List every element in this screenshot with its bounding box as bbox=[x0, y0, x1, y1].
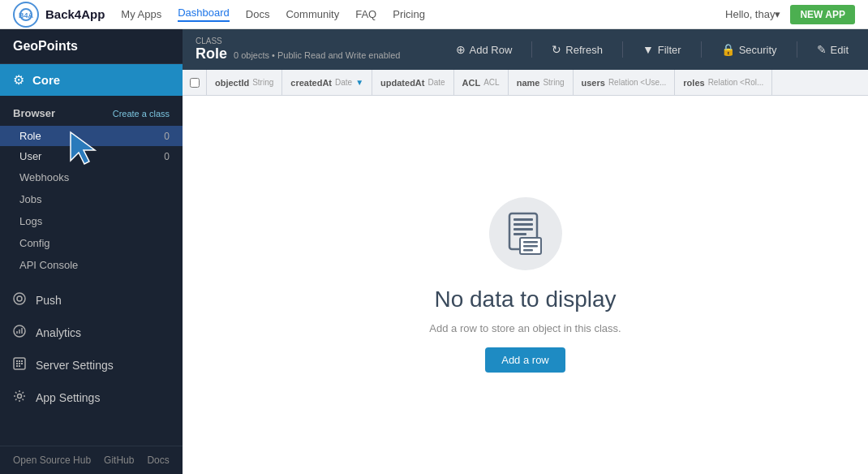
logo-text: Back4App bbox=[45, 7, 105, 21]
svg-rect-17 bbox=[513, 223, 533, 226]
svg-rect-7 bbox=[19, 360, 20, 362]
add-row-empty-button[interactable]: Add a row bbox=[485, 347, 565, 373]
svg-point-14 bbox=[18, 394, 22, 399]
createdat-label: createdAt bbox=[290, 78, 332, 88]
edit-label: Edit bbox=[831, 44, 849, 56]
role-count: 0 bbox=[164, 131, 170, 142]
logo-circle: B4A bbox=[13, 2, 39, 28]
class-name: Role bbox=[196, 45, 227, 62]
users-type: Relation <Use... bbox=[608, 78, 666, 87]
user-count: 0 bbox=[164, 151, 170, 162]
createdat-column[interactable]: createdAt Date ▼ bbox=[282, 70, 372, 95]
acl-type: ACL bbox=[483, 78, 499, 87]
sidebar-footer: Open Source Hub GitHub Docs bbox=[0, 446, 183, 474]
gear-icon: ⚙ bbox=[13, 72, 24, 88]
svg-rect-10 bbox=[19, 363, 20, 364]
separator-2 bbox=[622, 41, 623, 58]
svg-point-2 bbox=[14, 293, 25, 304]
svg-rect-12 bbox=[16, 365, 18, 367]
filter-icon: ▼ bbox=[642, 43, 654, 56]
sidebar-item-app-settings[interactable]: App Settings bbox=[0, 381, 183, 414]
svg-rect-13 bbox=[19, 365, 20, 367]
nav-faq[interactable]: FAQ bbox=[355, 8, 376, 20]
svg-rect-16 bbox=[513, 218, 533, 221]
empty-subtitle: Add a row to store an object in this cla… bbox=[429, 322, 621, 334]
top-navbar: B4A Back4App My Apps Dashboard Docs Comm… bbox=[0, 0, 868, 29]
edit-button[interactable]: ✎ Edit bbox=[810, 40, 855, 59]
separator-4 bbox=[797, 41, 797, 58]
push-icon bbox=[13, 292, 26, 308]
refresh-button[interactable]: ↻ Refresh bbox=[545, 40, 609, 59]
docs-link[interactable]: Docs bbox=[147, 455, 169, 466]
name-column[interactable]: name String bbox=[509, 70, 574, 95]
table-header: objectId String createdAt Date ▼ updated… bbox=[183, 70, 868, 96]
sidebar-item-webhooks[interactable]: Webhooks bbox=[0, 166, 183, 188]
sidebar-item-logs[interactable]: Logs bbox=[0, 210, 183, 232]
add-row-icon: ⊕ bbox=[456, 43, 466, 56]
name-type: String bbox=[543, 78, 564, 87]
navbar-right: Hello, thay▾ NEW APP bbox=[725, 5, 855, 24]
svg-rect-18 bbox=[513, 228, 533, 231]
add-row-button[interactable]: ⊕ Add Row bbox=[449, 40, 519, 59]
nav-my-apps[interactable]: My Apps bbox=[121, 8, 161, 20]
sidebar-item-config[interactable]: Config bbox=[0, 232, 183, 254]
lock-icon: 🔒 bbox=[721, 43, 735, 56]
users-column[interactable]: users Relation <Use... bbox=[574, 70, 676, 95]
filter-button[interactable]: ▼ Filter bbox=[636, 40, 688, 59]
github-link[interactable]: GitHub bbox=[104, 455, 134, 466]
logo[interactable]: B4A Back4App bbox=[13, 2, 105, 28]
main-layout: GeoPoints ⚙ Core Browser Create a class … bbox=[0, 29, 868, 474]
table-toolbar: CLASS Role 0 objects • Public Read and W… bbox=[183, 29, 868, 70]
sidebar-item-analytics[interactable]: Analytics bbox=[0, 317, 183, 349]
main-content: CLASS Role 0 objects • Public Read and W… bbox=[183, 29, 868, 474]
app-settings-label: App Settings bbox=[36, 391, 100, 404]
security-button[interactable]: 🔒 Security bbox=[715, 40, 784, 59]
sidebar-item-api-console[interactable]: API Console bbox=[0, 254, 183, 276]
roles-label: roles bbox=[683, 78, 704, 88]
add-row-label: Add Row bbox=[470, 44, 513, 56]
roles-column[interactable]: roles Relation <Rol... bbox=[675, 70, 772, 95]
nav-pricing[interactable]: Pricing bbox=[393, 8, 425, 20]
objectid-type: String bbox=[252, 78, 273, 87]
new-app-button[interactable]: NEW APP bbox=[790, 5, 855, 24]
separator-3 bbox=[701, 41, 702, 58]
roles-type: Relation <Rol... bbox=[708, 78, 764, 87]
server-settings-label: Server Settings bbox=[36, 359, 114, 372]
browser-item-user[interactable]: User 0 bbox=[0, 146, 183, 166]
browser-item-role[interactable]: Role 0 bbox=[0, 126, 183, 146]
refresh-icon: ↻ bbox=[552, 43, 561, 56]
analytics-icon bbox=[13, 325, 26, 341]
navbar-left: B4A Back4App My Apps Dashboard Docs Comm… bbox=[13, 2, 425, 28]
open-source-hub-link[interactable]: Open Source Hub bbox=[13, 455, 91, 466]
checkbox-column[interactable] bbox=[183, 70, 207, 95]
refresh-label: Refresh bbox=[565, 44, 603, 56]
svg-rect-6 bbox=[16, 360, 18, 362]
hello-text[interactable]: Hello, thay▾ bbox=[725, 8, 780, 20]
nav-dashboard[interactable]: Dashboard bbox=[178, 6, 230, 22]
empty-icon-circle bbox=[489, 197, 562, 270]
svg-rect-8 bbox=[21, 360, 23, 362]
app-settings-icon bbox=[13, 390, 26, 406]
empty-state: No data to display Add a row to store an… bbox=[183, 96, 868, 474]
updatedat-type: Date bbox=[428, 78, 445, 87]
sidebar-item-push[interactable]: Push bbox=[0, 284, 183, 317]
sidebar-item-server-settings[interactable]: Server Settings bbox=[0, 349, 183, 381]
acl-column[interactable]: ACL ACL bbox=[454, 70, 509, 95]
sort-icon[interactable]: ▼ bbox=[355, 78, 363, 87]
objectid-column[interactable]: objectId String bbox=[207, 70, 282, 95]
core-label: Core bbox=[32, 73, 60, 87]
nav-community[interactable]: Community bbox=[286, 8, 339, 20]
server-settings-icon bbox=[13, 357, 26, 373]
svg-rect-21 bbox=[523, 241, 538, 243]
sidebar-core-section[interactable]: ⚙ Core bbox=[0, 64, 183, 96]
browser-section: Browser Create a class Role 0 User 0 Web… bbox=[0, 96, 183, 284]
sidebar-item-jobs[interactable]: Jobs bbox=[0, 188, 183, 210]
svg-rect-19 bbox=[513, 233, 526, 235]
updatedat-column[interactable]: updatedAt Date bbox=[372, 70, 454, 95]
createdat-type: Date bbox=[335, 78, 352, 87]
nav-docs[interactable]: Docs bbox=[246, 8, 270, 20]
user-label: User bbox=[19, 150, 41, 162]
select-all-checkbox[interactable] bbox=[190, 78, 200, 88]
analytics-label: Analytics bbox=[36, 326, 81, 339]
create-class-button[interactable]: Create a class bbox=[113, 109, 170, 118]
